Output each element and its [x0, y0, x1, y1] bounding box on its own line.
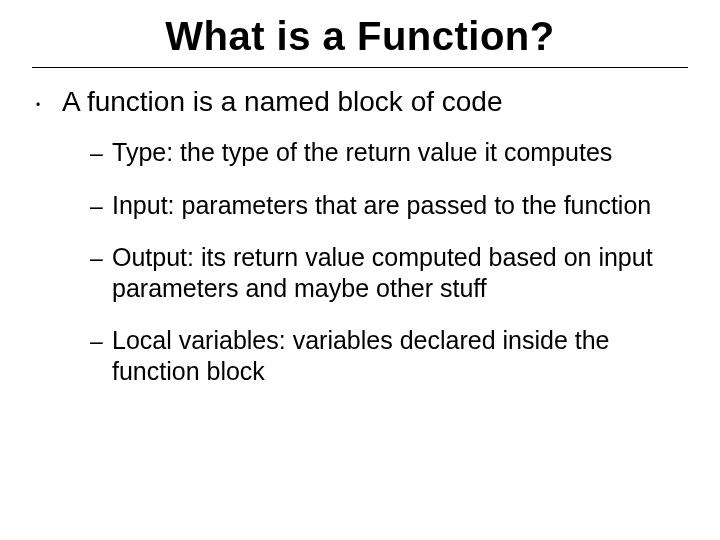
bullet-level2: – Local variables: variables declared in…: [112, 325, 680, 386]
slide-title: What is a Function?: [0, 0, 720, 65]
bullet-level2-text: Type: the type of the return value it co…: [112, 138, 612, 166]
bullet-level1-text: A function is a named block of code: [62, 86, 503, 117]
dash-icon: –: [90, 139, 103, 167]
bullet-level2: – Type: the type of the return value it …: [112, 137, 680, 168]
slide: What is a Function? • A function is a na…: [0, 0, 720, 540]
bullet-level2-list: – Type: the type of the return value it …: [62, 137, 680, 386]
bullet-dot-icon: •: [36, 98, 40, 113]
dash-icon: –: [90, 192, 103, 220]
bullet-level2-text: Output: its return value computed based …: [112, 243, 653, 302]
dash-icon: –: [90, 327, 103, 355]
bullet-level2-text: Input: parameters that are passed to the…: [112, 191, 651, 219]
bullet-level2: – Input: parameters that are passed to t…: [112, 190, 680, 221]
slide-body: • A function is a named block of code – …: [0, 68, 720, 386]
dash-icon: –: [90, 244, 103, 272]
bullet-level2-text: Local variables: variables declared insi…: [112, 326, 610, 385]
bullet-level2: – Output: its return value computed base…: [112, 242, 680, 303]
bullet-level1: • A function is a named block of code: [62, 84, 680, 119]
